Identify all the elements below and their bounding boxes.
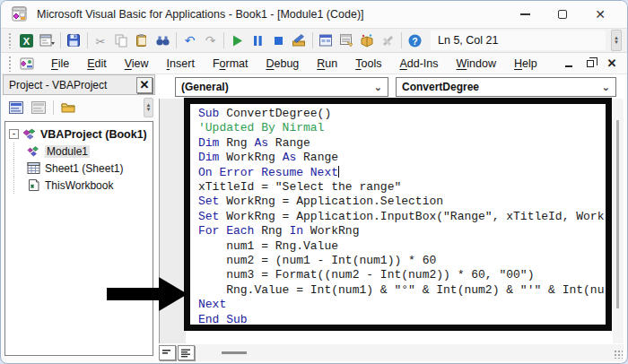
- code-line: Set WorkRng = Application.InputBox("Rang…: [198, 210, 606, 224]
- project-panel-header[interactable]: Project - VBAProject ✕: [3, 74, 155, 95]
- toolbar-drag-handle[interactable]: [8, 32, 13, 48]
- code-line: Dim WorkRng As Range: [198, 151, 606, 165]
- properties-window-icon: [339, 33, 354, 48]
- design-mode-icon: [292, 33, 307, 48]
- chevron-down-icon: ⌄: [374, 82, 382, 93]
- menu-insert[interactable]: Insert: [158, 56, 204, 72]
- properties-window-button[interactable]: [336, 30, 357, 50]
- close-button[interactable]: ✕: [593, 7, 607, 22]
- overflow-arrows-icon: ▲▼: [146, 103, 152, 112]
- resize-grip[interactable]: [614, 350, 623, 359]
- menu-window[interactable]: Window: [448, 56, 505, 72]
- menu-view[interactable]: View: [116, 56, 158, 72]
- annotation-highlight-box: Sub ConvertDegree()'Updated By NirmalDim…: [184, 98, 612, 331]
- menu-edit[interactable]: Edit: [78, 56, 116, 72]
- vertical-scrollbar[interactable]: [613, 99, 624, 343]
- standard-toolbar: X✂↶↷? Ln 5, Col 21 ▲▼: [1, 28, 627, 53]
- menu-debug[interactable]: Debug: [257, 56, 308, 72]
- help-button[interactable]: ?: [405, 30, 425, 50]
- redo-icon: ↷: [203, 33, 218, 48]
- menu-tools[interactable]: Tools: [346, 56, 390, 72]
- cut-button[interactable]: ✂: [91, 30, 111, 50]
- code-line: Sub ConvertDegree(): [198, 107, 606, 121]
- tree-item-label: Sheet1 (Sheet1): [45, 162, 123, 175]
- code-editor-text[interactable]: Sub ConvertDegree()'Updated By NirmalDim…: [190, 104, 606, 327]
- sheet-icon: [26, 161, 41, 175]
- project-icon: [22, 127, 37, 141]
- tree-indent-line: [13, 160, 26, 177]
- vertical-scrollbar-thumb[interactable]: [616, 120, 619, 308]
- title-bar: Microsoft Visual Basic for Applications …: [1, 1, 627, 28]
- code-line: num1 = Rng.Value: [198, 239, 606, 254]
- cursor-position-status: Ln 5, Col 21: [431, 30, 606, 50]
- save-button[interactable]: [64, 30, 84, 50]
- menu-help[interactable]: Help: [505, 56, 546, 72]
- tree-item-label: VBAProject (Book1): [40, 128, 147, 141]
- design-mode-button[interactable]: [289, 30, 310, 50]
- object-browser-button[interactable]: [357, 30, 378, 50]
- code-line: For Each Rng In WorkRng: [198, 224, 606, 238]
- procedure-dropdown[interactable]: ConvertDegree ⌄: [396, 77, 616, 97]
- tree-item-sheet1-sheet1[interactable]: Sheet1 (Sheet1): [9, 160, 153, 177]
- mdi-minimize-icon: [565, 65, 572, 67]
- mdi-minimize-button[interactable]: [563, 57, 575, 70]
- toolbox-button[interactable]: [378, 30, 398, 50]
- tree-indent-line: [13, 177, 26, 194]
- code-line: Dim Rng As Range: [198, 136, 606, 151]
- menu-format[interactable]: Format: [204, 56, 257, 72]
- project-tree: -VBAProject (Book1)Module1Sheet1 (Sheet1…: [4, 121, 153, 356]
- view-object-icon[interactable]: [29, 99, 48, 117]
- menu-add-ins[interactable]: Add-Ins: [390, 56, 447, 72]
- divider: [60, 32, 61, 48]
- project-toolbar-overflow-button[interactable]: ▲▼: [144, 98, 153, 117]
- project-explorer-button[interactable]: [316, 30, 336, 50]
- insert-userform-button[interactable]: [37, 30, 57, 50]
- excel-button[interactable]: X: [16, 30, 37, 50]
- menu-file[interactable]: File: [42, 56, 78, 72]
- code-line: On Error Resume Next: [198, 166, 606, 180]
- help-icon: ?: [407, 33, 423, 48]
- object-browser-icon: [360, 33, 375, 48]
- view-code-icon[interactable]: [6, 99, 26, 117]
- mdi-close-icon: ✕: [607, 57, 617, 69]
- menubar-drag-handle[interactable]: [8, 56, 13, 72]
- horizontal-scrollbar-thumb[interactable]: [222, 351, 247, 354]
- project-panel-close-button[interactable]: ✕: [136, 77, 153, 93]
- redo-button[interactable]: ↷: [200, 30, 221, 50]
- tree-item-label: Module1: [45, 145, 90, 158]
- menu-run[interactable]: Run: [308, 56, 346, 72]
- find-button[interactable]: [153, 30, 173, 50]
- vba-app-icon: [12, 6, 28, 22]
- cut-icon: ✂: [93, 33, 109, 48]
- object-dropdown[interactable]: (General) ⌄: [175, 77, 388, 97]
- undo-button[interactable]: ↶: [179, 30, 200, 50]
- copy-button[interactable]: [111, 30, 132, 50]
- reset-icon: [271, 33, 286, 48]
- tree-item-vbaproject-book1[interactable]: -VBAProject (Book1): [9, 126, 153, 143]
- collapse-icon[interactable]: -: [9, 129, 19, 139]
- toggle-folders-icon[interactable]: [58, 99, 78, 117]
- toolbar-overflow-button[interactable]: ▲▼: [611, 30, 622, 51]
- tree-item-thisworkbook[interactable]: ThisWorkbook: [9, 177, 153, 194]
- insert-userform-icon: [39, 33, 55, 48]
- mdi-close-button[interactable]: ✕: [606, 57, 618, 70]
- minimize-button[interactable]: [518, 7, 532, 22]
- tree-item-label: ThisWorkbook: [45, 179, 113, 192]
- run-button[interactable]: [227, 30, 248, 50]
- code-line: num3 = Format((num2 - Int(num2)) * 60, "…: [198, 268, 606, 282]
- paste-button[interactable]: [132, 30, 153, 50]
- code-line: Next: [198, 298, 606, 312]
- object-dropdown-value: (General): [181, 81, 229, 93]
- mdi-restore-button[interactable]: [584, 57, 597, 70]
- procedure-view-button[interactable]: [159, 345, 176, 360]
- svg-text:✂: ✂: [96, 34, 106, 48]
- tree-item-module1[interactable]: Module1: [9, 143, 153, 160]
- code-margin-indicator-bar[interactable]: [159, 99, 186, 343]
- code-line: xTitleId = "Select the range": [198, 180, 606, 195]
- break-button[interactable]: [248, 30, 268, 50]
- code-header-row: (General) ⌄ ConvertDegree ⌄: [155, 74, 625, 100]
- full-module-view-button[interactable]: [178, 345, 195, 360]
- horizontal-scrollbar[interactable]: [159, 344, 624, 361]
- maximize-button[interactable]: [555, 7, 570, 22]
- reset-button[interactable]: [268, 30, 289, 50]
